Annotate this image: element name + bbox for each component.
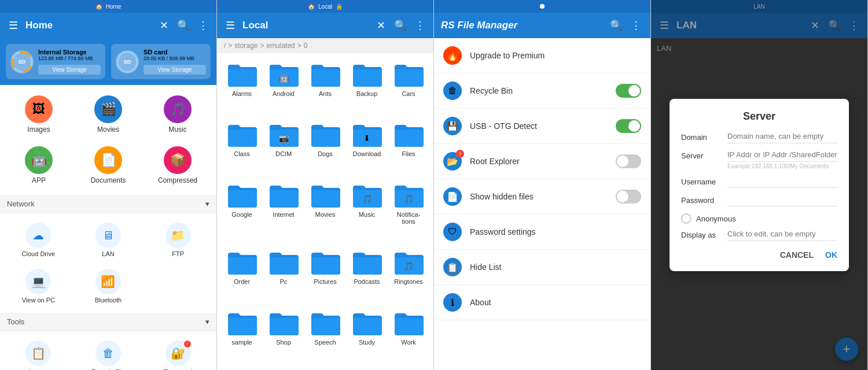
logger-item[interactable]: 📋 Logger — [5, 336, 72, 370]
rs-menu-item-root-explorer[interactable]: 📂! Root Explorer — [434, 144, 650, 179]
breadcrumb-storage[interactable]: storage — [234, 42, 258, 50]
sd-card-storage-card[interactable]: SD SD card 29.00 KB / 509.99 MB View Sto… — [111, 44, 211, 79]
file-item[interactable]: Files — [388, 118, 429, 177]
file-item[interactable]: Cars — [388, 58, 429, 117]
recycle-bin-item[interactable]: 🗑 Recycle Bin — [75, 336, 142, 370]
username-input[interactable] — [727, 176, 837, 188]
internal-storage-card[interactable]: SD Internal Storage 123.85 MB / 774.89 M… — [6, 44, 105, 79]
file-item[interactable]: Alarms — [222, 58, 262, 117]
file-item[interactable]: Google — [222, 179, 262, 245]
local-menu-icon[interactable]: ☰ — [223, 18, 238, 33]
encrypted-item[interactable]: 🔐 ! Encrypted — [144, 336, 212, 370]
breadcrumb-0[interactable]: 0 — [304, 42, 308, 50]
cat-music[interactable]: 🎵 Music — [145, 91, 211, 138]
anonymous-radio[interactable] — [681, 213, 692, 224]
breadcrumb-emulated[interactable]: emulated — [266, 42, 295, 50]
lan-item[interactable]: 🖥 LAN — [75, 218, 142, 262]
dialog-title: Server — [681, 110, 837, 123]
server-input[interactable] — [727, 150, 837, 162]
view-on-pc-item[interactable]: 💻 View on PC — [5, 264, 72, 308]
file-item[interactable]: Internet — [263, 179, 304, 245]
local-more-icon[interactable]: ⋮ — [413, 18, 428, 33]
sd-view-storage-btn[interactable]: View Storage — [144, 65, 206, 75]
ftp-item[interactable]: 📁 FTP — [144, 218, 212, 262]
cat-images[interactable]: 🖼 Images — [6, 91, 72, 138]
rs-toolbar: RS File Manager 🔍 ⋮ — [434, 13, 650, 38]
file-item[interactable]: Pc — [263, 246, 304, 305]
file-item[interactable]: 🎵 Ringtones — [388, 246, 429, 305]
toggle-off[interactable] — [616, 190, 641, 204]
file-item[interactable]: 🎵 Music — [347, 179, 387, 245]
display-as-input[interactable] — [727, 230, 837, 241]
category-grid: 🖼 Images 🎬 Movies 🎵 Music 🤖 APP 📄 Docume… — [0, 85, 216, 195]
rs-search-icon[interactable]: 🔍 — [609, 18, 624, 33]
local-close-icon[interactable]: ✕ — [373, 18, 388, 33]
file-item[interactable]: Ants — [305, 58, 345, 117]
cloud-drive-item[interactable]: ☁ Cloud Drive — [5, 218, 72, 262]
cat-documents[interactable]: 📄 Documents — [75, 142, 141, 189]
toggle-on[interactable] — [616, 84, 641, 98]
rs-menu-item-recycle-bin[interactable]: 🗑 Recycle Bin — [434, 73, 650, 109]
search-icon[interactable]: 🔍 — [176, 18, 191, 33]
file-item[interactable]: 🤖 Android — [263, 58, 304, 117]
cat-movies[interactable]: 🎬 Movies — [75, 91, 141, 138]
cat-compressed[interactable]: 📦 Compressed — [145, 142, 211, 189]
close-icon[interactable]: ✕ — [156, 18, 171, 33]
home-title: Home — [25, 20, 152, 31]
ok-button[interactable]: OK — [825, 250, 837, 260]
file-item[interactable]: Speech — [305, 306, 345, 365]
domain-input[interactable] — [727, 132, 837, 143]
cat-app[interactable]: 🤖 APP — [6, 142, 72, 189]
file-item[interactable]: Class — [222, 118, 262, 177]
usb-otg-icon: 💾 — [443, 117, 462, 135]
internal-view-storage-btn[interactable]: View Storage — [38, 65, 101, 75]
status-bar-1: 🏠 Home — [0, 0, 216, 13]
file-item[interactable]: Pictures — [305, 246, 345, 305]
file-grid: Alarms 🤖 Android Ants Back — [217, 53, 433, 370]
rs-menu-item-about[interactable]: ℹ About — [434, 285, 650, 320]
file-item[interactable]: Movies — [305, 179, 345, 245]
status-local-title: Local — [318, 3, 332, 10]
bluetooth-icon: 📶 — [95, 269, 121, 294]
local-search-icon[interactable]: 🔍 — [393, 18, 408, 33]
folder-icon — [226, 62, 258, 88]
file-item[interactable]: Study — [347, 306, 387, 365]
file-item[interactable]: Backup — [347, 58, 387, 117]
recycle-bin-icon: 🗑 — [95, 341, 121, 366]
cancel-button[interactable]: CANCEL — [780, 250, 814, 260]
rs-menu-item-usb-otg[interactable]: 💾 USB - OTG Detect — [434, 109, 650, 144]
rs-more-icon[interactable]: ⋮ — [628, 18, 643, 33]
menu-icon[interactable]: ☰ — [6, 18, 21, 33]
username-field: Username — [681, 176, 837, 188]
file-item[interactable]: Shop — [263, 306, 304, 365]
rs-menu-item-password[interactable]: 🛡 Password settings — [434, 214, 650, 250]
file-item[interactable]: Work — [388, 306, 429, 365]
images-label: Images — [27, 125, 50, 134]
file-item[interactable]: Dogs — [305, 118, 345, 177]
sd-card-circle: SD — [116, 50, 139, 73]
documents-icon: 📄 — [94, 146, 122, 174]
internal-storage-circle: SD — [10, 50, 34, 73]
file-label: Pc — [280, 278, 288, 285]
upgrade-label: Upgrade to Premium — [470, 51, 641, 60]
file-item[interactable]: 🎵 Notifica-tions — [388, 179, 429, 245]
rs-menu-item-hide-list[interactable]: 📋 Hide List — [434, 250, 650, 285]
file-item[interactable]: sample — [222, 306, 262, 365]
rs-menu-item-show-hidden[interactable]: 📄 Show hidden files — [434, 179, 650, 214]
toggle-off[interactable] — [616, 154, 641, 168]
file-item[interactable]: Podcasts — [347, 246, 387, 305]
lan-label: LAN — [102, 250, 114, 257]
password-input[interactable] — [727, 195, 837, 206]
file-item[interactable]: Order — [222, 246, 262, 305]
hide-list-label: Hide List — [470, 262, 641, 272]
file-item[interactable]: ⬇ Download — [347, 118, 387, 177]
show-hidden-label: Show hidden files — [470, 192, 608, 201]
file-label: Order — [234, 278, 250, 285]
internal-storage-size: 123.85 MB / 774.89 MB — [38, 56, 101, 61]
rs-menu-item-upgrade[interactable]: 🔥 Upgrade to Premium — [434, 38, 650, 73]
toggle-on[interactable] — [616, 119, 641, 133]
file-item[interactable]: 📷 DCIM — [263, 118, 304, 177]
bluetooth-item[interactable]: 📶 Bluetooth — [75, 264, 142, 308]
more-icon[interactable]: ⋮ — [196, 18, 211, 33]
breadcrumb-slash[interactable]: / — [224, 42, 226, 50]
